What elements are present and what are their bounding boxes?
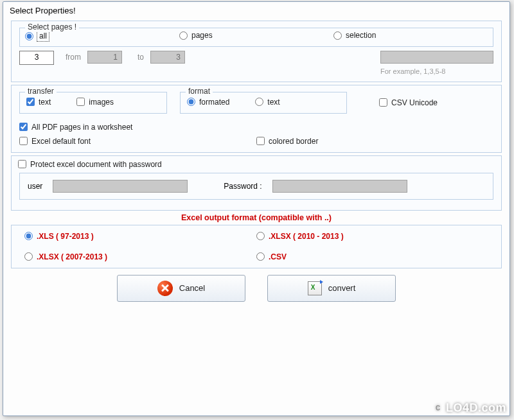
pages-radio-all[interactable]: all xyxy=(25,31,49,41)
format-radio-formatted-label: formated xyxy=(199,98,229,107)
output-radio-xlsx2007-label: .XLSX ( 2007-2013 ) xyxy=(37,252,107,261)
pages-fieldset: Select pages ! all pages xyxy=(19,28,493,47)
transfer-images-label: images xyxy=(89,98,114,107)
output-panel: .XLS ( 97-2013 ) .XLSX ( 2010 - 2013 ) .… xyxy=(11,225,502,268)
selection-input xyxy=(380,51,493,64)
convert-button-label: convert xyxy=(328,283,356,293)
to-input: 3 xyxy=(150,51,185,64)
transfer-text-checkbox[interactable]: text xyxy=(26,98,51,107)
pages-radio-pages[interactable]: pages xyxy=(179,31,213,40)
user-label: user xyxy=(28,182,42,191)
colored-border-label: colored border xyxy=(269,137,318,146)
cancel-button[interactable]: Cancel xyxy=(117,275,245,302)
copyright-icon: C xyxy=(433,403,443,414)
transfer-format-panel: transfer text images format xyxy=(11,85,502,153)
pages-radio-pages-label: pages xyxy=(191,31,213,40)
format-radio-formatted[interactable]: formated xyxy=(187,98,229,107)
pages-legend: Select pages ! xyxy=(25,22,79,31)
protect-label: Protect excel document with password xyxy=(30,160,162,169)
transfer-legend: transfer xyxy=(25,87,57,96)
from-label: from xyxy=(66,53,81,62)
format-fieldset: format formated text xyxy=(180,92,347,114)
output-radio-xlsx2010[interactable]: .XLSX ( 2010 - 2013 ) xyxy=(256,232,488,241)
password-input[interactable] xyxy=(272,180,407,193)
csv-unicode-label: CSV Unicode xyxy=(391,98,438,107)
password-label: Password : xyxy=(224,182,261,191)
cancel-icon xyxy=(157,281,173,296)
pages-radio-all-label: all xyxy=(37,31,49,41)
pages-radio-selection-label: selection xyxy=(346,31,376,40)
convert-button[interactable]: convert xyxy=(267,275,396,302)
format-radio-text[interactable]: text xyxy=(255,98,279,107)
transfer-images-checkbox[interactable]: images xyxy=(76,98,114,107)
convert-icon xyxy=(308,281,322,295)
output-radio-xlsx2010-label: .XLSX ( 2010 - 2013 ) xyxy=(269,232,344,241)
watermark: C LO4D.com xyxy=(433,401,506,415)
pages-panel: Select pages ! all pages xyxy=(11,21,502,82)
selection-hint: For example, 1,3,5-8 xyxy=(380,67,493,75)
output-radio-xlsx2007[interactable]: .XLSX ( 2007-2013 ) xyxy=(24,252,256,261)
dialog-window: Select Properties! Select pages ! all pa… xyxy=(3,1,510,416)
colored-border-checkbox[interactable]: colored border xyxy=(256,137,318,146)
transfer-fieldset: transfer text images xyxy=(19,92,167,114)
to-label: to xyxy=(137,53,144,62)
output-radio-csv-label: .CSV xyxy=(269,252,287,261)
from-input: 1 xyxy=(87,51,122,64)
transfer-text-label: text xyxy=(39,98,51,107)
user-input[interactable] xyxy=(53,180,188,193)
all-pages-checkbox[interactable]: All PDF pages in a worksheet xyxy=(19,123,132,132)
page-count-input[interactable]: 3 xyxy=(19,51,54,65)
output-radio-xls-label: .XLS ( 97-2013 ) xyxy=(37,232,94,241)
output-header: Excel output format (compatible with ..) xyxy=(3,213,510,222)
watermark-text: LO4D.com xyxy=(446,401,506,415)
output-radio-xls[interactable]: .XLS ( 97-2013 ) xyxy=(24,232,256,241)
format-radio-text-label: text xyxy=(267,98,279,107)
protect-fields: user Password : xyxy=(19,173,493,200)
excel-font-checkbox[interactable]: Excel default font xyxy=(19,137,256,146)
button-row: Cancel convert xyxy=(3,275,510,302)
protect-panel: Protect excel document with password use… xyxy=(11,155,502,211)
protect-checkbox[interactable]: Protect excel document with password xyxy=(18,160,162,169)
output-radio-csv[interactable]: .CSV xyxy=(256,252,488,261)
window-title: Select Properties! xyxy=(3,2,510,18)
format-legend: format xyxy=(186,87,213,96)
excel-font-label: Excel default font xyxy=(31,137,91,146)
all-pages-label: All PDF pages in a worksheet xyxy=(31,123,132,132)
cancel-button-label: Cancel xyxy=(179,283,205,293)
csv-unicode-checkbox[interactable]: CSV Unicode xyxy=(379,98,438,107)
pages-radio-selection[interactable]: selection xyxy=(333,31,376,40)
